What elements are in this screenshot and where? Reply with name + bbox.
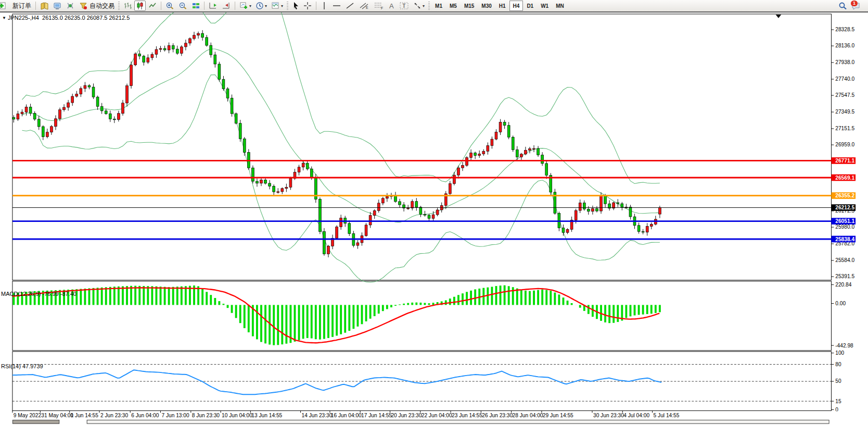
svg-text:26 Jun 23:30: 26 Jun 23:30 — [482, 413, 513, 418]
fibonacci-button[interactable]: F — [372, 1, 386, 11]
separator — [161, 2, 161, 10]
data-window-button[interactable] — [52, 1, 63, 11]
timeframe-H1[interactable]: H1 — [495, 1, 509, 11]
periods-clock-icon — [256, 2, 264, 10]
svg-text:2 Jun 23:30: 2 Jun 23:30 — [100, 413, 129, 418]
auto-scroll-button[interactable] — [207, 1, 219, 11]
auto-trading-label: 自动交易 — [90, 2, 114, 10]
vertical-line-button[interactable] — [319, 1, 329, 11]
chart-shift-button[interactable] — [220, 1, 232, 11]
timeframe-H4[interactable]: H4 — [509, 1, 524, 11]
timeframe-M15[interactable]: M15 — [461, 1, 478, 11]
svg-text:26771.1: 26771.1 — [835, 158, 854, 164]
symbol-ohlc: 26135.0 26235.0 26087.5 26212.5 — [42, 15, 130, 21]
text-label-icon: T — [400, 2, 409, 10]
chart-window[interactable]: 28328.528136.027938.027740.027547.527349… — [0, 13, 868, 436]
market-watch-icon — [40, 2, 49, 10]
svg-text:E: E — [366, 6, 368, 9]
toolbar-grip — [428, 2, 430, 10]
symbol-header: ▼ JPN225-,H4 26135.0 26235.0 26087.5 262… — [2, 15, 130, 21]
symbol-collapse-icon[interactable]: ▼ — [2, 16, 6, 20]
search-button[interactable] — [837, 1, 849, 11]
line-chart-icon — [148, 2, 157, 10]
market-watch-button[interactable] — [39, 1, 50, 11]
timeframe-bar: M1M5M15M30H1H4D1W1MN — [431, 1, 568, 11]
bar-chart-button[interactable] — [122, 1, 133, 11]
svg-text:100: 100 — [835, 350, 844, 356]
svg-text:28 Jun 04:00: 28 Jun 04:00 — [513, 413, 543, 418]
horizontal-line-button[interactable] — [330, 1, 343, 11]
svg-text:26569.1: 26569.1 — [835, 175, 854, 181]
periods-button[interactable]: ▾ — [254, 1, 269, 11]
auto-trading-funnel-icon — [79, 2, 88, 10]
svg-text:17 Jun 14:55: 17 Jun 14:55 — [361, 413, 392, 418]
horizontal-line-icon — [332, 2, 341, 10]
templates-button[interactable]: ▾ — [270, 1, 285, 11]
svg-text:25584.0: 25584.0 — [835, 257, 854, 263]
zoom-in-button[interactable] — [164, 1, 176, 11]
svg-text:1 Jun 14:55: 1 Jun 14:55 — [71, 413, 99, 418]
separator — [204, 2, 205, 10]
timeframe-M30[interactable]: M30 — [478, 1, 495, 11]
notification-badge[interactable]: 1 — [851, 1, 858, 6]
templates-icon — [271, 2, 280, 10]
new-order-icon — [0, 2, 7, 10]
svg-text:27547.5: 27547.5 — [835, 92, 854, 98]
separator — [35, 2, 36, 10]
search-icon — [838, 2, 847, 10]
tile-windows-button[interactable] — [190, 1, 201, 11]
zoom-in-icon — [165, 2, 174, 10]
auto-scroll-icon — [209, 2, 218, 10]
zoom-out-button[interactable] — [177, 1, 189, 11]
timeframe-M1[interactable]: M1 — [431, 1, 446, 11]
svg-text:16 Jun 04:00: 16 Jun 04:00 — [331, 413, 362, 418]
arrows-icon — [413, 2, 422, 10]
new-chart-button[interactable]: ▾ — [238, 1, 253, 11]
cursor-button[interactable] — [290, 1, 301, 11]
equidistant-channel-button[interactable]: E — [358, 1, 371, 11]
separator — [316, 2, 316, 10]
svg-text:26959.0: 26959.0 — [835, 142, 854, 147]
svg-text:0.00: 0.00 — [835, 301, 846, 306]
svg-text:8 Jun 23:30: 8 Jun 23:30 — [192, 413, 220, 418]
signals-button[interactable] — [65, 1, 76, 11]
svg-text:14 Jun 23:30: 14 Jun 23:30 — [302, 413, 333, 418]
timeframe-W1[interactable]: W1 — [537, 1, 552, 11]
fibonacci-icon: F — [374, 2, 384, 10]
svg-text:13 Jun 14:55: 13 Jun 14:55 — [251, 413, 282, 418]
vertical-line-icon — [321, 2, 327, 10]
svg-text:5 Jul 14:55: 5 Jul 14:55 — [654, 413, 680, 418]
new-order-button[interactable]: 新订单 — [9, 1, 33, 11]
auto-trading-button[interactable]: 自动交易 — [78, 1, 116, 11]
data-window-icon — [53, 2, 62, 10]
svg-text:4 Jul 04:00: 4 Jul 04:00 — [623, 413, 649, 418]
trendline-icon — [346, 2, 355, 10]
timeframe-M5[interactable]: M5 — [446, 1, 461, 11]
svg-text:220.84: 220.84 — [835, 282, 851, 288]
new-order-icon-cut[interactable] — [0, 1, 8, 11]
svg-text:25391.5: 25391.5 — [835, 273, 854, 279]
svg-text:26212.5: 26212.5 — [835, 205, 854, 210]
line-chart-button[interactable] — [147, 1, 158, 11]
arrows-button[interactable]: ▾ — [412, 1, 426, 11]
timeframe-MN[interactable]: MN — [552, 1, 568, 11]
text-button[interactable]: A — [387, 1, 397, 11]
candlestick-chart-button[interactable] — [134, 1, 146, 11]
svg-text:23 Jun 14:55: 23 Jun 14:55 — [452, 413, 482, 418]
chart-canvas[interactable]: 28328.528136.027938.027740.027547.527349… — [0, 13, 868, 436]
text-label-button[interactable]: T — [398, 1, 411, 11]
trendline-button[interactable] — [344, 1, 356, 11]
macd-label: MACD(12,26,9) -76.99 -87.40 — [1, 291, 76, 297]
svg-text:30 Jun 23:30: 30 Jun 23:30 — [593, 413, 624, 418]
svg-text:T: T — [402, 3, 406, 9]
chat-button[interactable]: 1 — [850, 1, 863, 11]
svg-text:-442.98: -442.98 — [835, 343, 853, 348]
zoom-out-icon — [178, 2, 187, 10]
svg-text:22 Jun 04:00: 22 Jun 04:00 — [422, 413, 452, 418]
svg-text:28328.5: 28328.5 — [835, 27, 854, 32]
crosshair-button[interactable] — [302, 1, 313, 11]
timeframe-D1[interactable]: D1 — [523, 1, 537, 11]
dropdown-caret-icon: ▾ — [265, 4, 267, 8]
rsi-label: RSI(14) 47.9739 — [1, 363, 43, 369]
svg-text:29 Jun 14:55: 29 Jun 14:55 — [543, 413, 573, 418]
